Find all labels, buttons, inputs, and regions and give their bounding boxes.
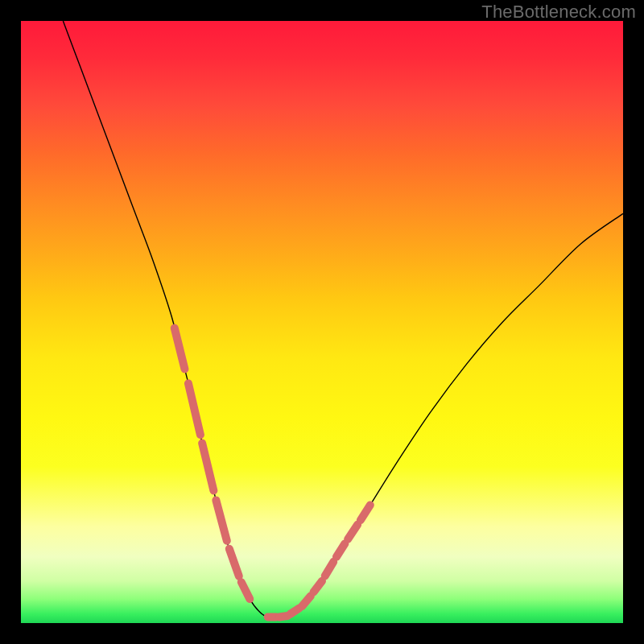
chart-plot-area [21, 21, 623, 623]
marker-segment [325, 562, 333, 576]
watermark-text: TheBottleneck.com [481, 2, 636, 23]
marker-segment [314, 581, 322, 592]
bottleneck-curve [63, 21, 623, 618]
chart-frame: TheBottleneck.com [0, 0, 644, 644]
marker-segment [229, 549, 239, 576]
marker-segment [336, 543, 345, 556]
marker-segment [175, 328, 185, 369]
marker-segment [361, 505, 370, 520]
marker-segment [291, 609, 299, 614]
marker-segment [348, 525, 357, 539]
chart-svg [21, 21, 623, 623]
marker-segment [202, 444, 213, 491]
marker-segments [175, 328, 370, 617]
marker-segment [216, 500, 226, 540]
marker-segment [242, 582, 250, 599]
marker-segment [302, 597, 310, 606]
marker-segment [279, 616, 287, 617]
marker-segment [188, 383, 200, 435]
